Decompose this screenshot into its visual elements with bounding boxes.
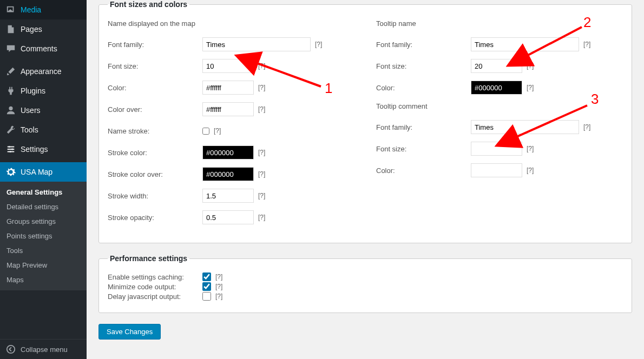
sidebar-item-tools[interactable]: Tools: [0, 120, 87, 139]
submenu-item-maps[interactable]: Maps: [0, 272, 87, 287]
collapse-menu-button[interactable]: Collapse menu: [0, 339, 87, 359]
sidebar-item-plugins[interactable]: Plugins: [0, 81, 87, 101]
stroke-opacity-input[interactable]: [202, 210, 254, 224]
name-stroke-label: Name stroke:: [108, 127, 202, 135]
sidebar-item-label: Pages: [21, 25, 42, 34]
tt-font-family-input[interactable]: [471, 37, 579, 51]
svg-point-4: [7, 345, 15, 353]
help-icon[interactable]: [?]: [583, 41, 590, 48]
tc-color-input[interactable]: [471, 163, 522, 177]
collapse-label: Collapse menu: [21, 345, 68, 354]
tt-font-family-label: Font family:: [376, 41, 471, 49]
help-icon[interactable]: [?]: [215, 273, 222, 281]
save-button[interactable]: Save Changes: [98, 324, 161, 340]
submenu-item-detailed-settings[interactable]: Detailed settings: [0, 200, 87, 214]
help-icon[interactable]: [?]: [258, 149, 265, 156]
sidebar-item-label: USA Map: [21, 168, 52, 176]
tt-color-label: Color:: [376, 84, 471, 92]
help-icon[interactable]: [?]: [258, 170, 265, 178]
sidebar-item-appearance[interactable]: Appearance: [0, 62, 87, 81]
font-family-label: Font family:: [108, 41, 202, 49]
help-icon[interactable]: [?]: [215, 292, 222, 300]
brush-icon: [5, 66, 16, 77]
stroke-color-input[interactable]: [202, 145, 254, 159]
performance-fieldset: Performance settings Enable settings cac…: [98, 254, 632, 313]
help-icon[interactable]: [?]: [215, 283, 222, 290]
fieldset-legend: Font sizes and colors: [108, 0, 189, 9]
sidebar-item-label: Appearance: [21, 67, 62, 76]
color-label: Color:: [108, 84, 202, 92]
svg-point-2: [11, 148, 14, 150]
plug-icon: [5, 85, 16, 96]
help-icon[interactable]: [?]: [258, 62, 265, 70]
help-icon[interactable]: [?]: [315, 41, 322, 48]
page-icon: [5, 24, 16, 35]
section-heading: Name displayed on the map: [108, 19, 354, 28]
sliders-icon: [5, 144, 16, 155]
svg-point-1: [9, 146, 11, 148]
tt-color-input[interactable]: [471, 81, 522, 95]
sidebar-item-comments[interactable]: Comments: [0, 39, 87, 58]
tc-font-family-label: Font family:: [376, 123, 471, 131]
fieldset-legend: Performance settings: [108, 254, 189, 263]
section-heading: Tooltip comment: [376, 102, 623, 110]
wrench-icon: [5, 124, 16, 135]
submenu-item-groups-settings[interactable]: Groups settings: [0, 214, 87, 229]
sidebar-item-label: Users: [21, 106, 41, 115]
name-stroke-checkbox[interactable]: [202, 128, 209, 135]
font-sizes-fieldset: Font sizes and colors Name displayed on …: [98, 0, 632, 243]
color-input[interactable]: [202, 81, 254, 95]
stroke-width-input[interactable]: [202, 189, 254, 203]
tc-font-family-input[interactable]: [471, 120, 579, 134]
submenu-item-map-preview[interactable]: Map Preview: [0, 258, 87, 272]
sidebar-item-label: Plugins: [21, 87, 45, 95]
sidebar-item-usa-map[interactable]: USA Map: [0, 162, 87, 182]
perf-minimize-checkbox[interactable]: [202, 282, 211, 291]
svg-point-0: [9, 107, 12, 110]
perf-caching-checkbox[interactable]: [202, 272, 211, 281]
help-icon[interactable]: [?]: [527, 167, 534, 174]
help-icon[interactable]: [?]: [214, 127, 221, 135]
help-icon[interactable]: [?]: [258, 84, 265, 91]
help-icon[interactable]: [?]: [583, 123, 590, 131]
sidebar-item-media[interactable]: Media: [0, 0, 87, 19]
sidebar-item-label: Comments: [21, 44, 57, 53]
perf-delay-label: Delay javascript output:: [108, 292, 202, 301]
svg-point-3: [9, 151, 11, 153]
help-icon[interactable]: [?]: [258, 192, 265, 200]
stroke-color-label: Stroke color:: [108, 149, 202, 157]
sidebar-item-settings[interactable]: Settings: [0, 139, 87, 159]
submenu-item-points-settings[interactable]: Points settings: [0, 229, 87, 243]
tt-font-size-input[interactable]: [471, 59, 522, 73]
font-size-input[interactable]: [202, 59, 254, 73]
admin-sidebar: MediaPagesCommentsAppearancePluginsUsers…: [0, 0, 87, 359]
main-content: Font sizes and colors Name displayed on …: [87, 0, 644, 359]
tc-font-size-label: Font size:: [376, 145, 471, 153]
perf-delay-checkbox[interactable]: [202, 292, 211, 301]
stroke-width-label: Stroke width:: [108, 192, 202, 200]
stroke-color-over-label: Stroke color over:: [108, 170, 202, 178]
comment-icon: [5, 43, 16, 54]
tt-font-size-label: Font size:: [376, 62, 471, 70]
submenu-item-general-settings[interactable]: General Settings: [0, 185, 87, 200]
help-icon[interactable]: [?]: [527, 84, 534, 91]
stroke-color-over-input[interactable]: [202, 167, 254, 181]
left-column: Name displayed on the map Font family: […: [108, 19, 354, 232]
help-icon[interactable]: [?]: [527, 62, 534, 70]
color-over-input[interactable]: [202, 102, 254, 116]
tc-font-size-input[interactable]: [471, 142, 522, 156]
submenu-item-tools[interactable]: Tools: [0, 243, 87, 258]
sidebar-submenu: General SettingsDetailed settingsGroups …: [0, 182, 87, 290]
tc-color-label: Color:: [376, 167, 471, 175]
help-icon[interactable]: [?]: [527, 145, 534, 152]
sidebar-item-label: Media: [21, 5, 41, 14]
font-size-label: Font size:: [108, 62, 202, 70]
section-heading: Tooltip name: [376, 19, 623, 28]
sidebar-item-label: Settings: [21, 145, 48, 154]
sidebar-item-users[interactable]: Users: [0, 101, 87, 120]
font-family-input[interactable]: [202, 37, 311, 51]
help-icon[interactable]: [?]: [258, 105, 265, 113]
sidebar-item-pages[interactable]: Pages: [0, 19, 87, 39]
media-icon: [5, 4, 16, 15]
help-icon[interactable]: [?]: [258, 214, 265, 221]
